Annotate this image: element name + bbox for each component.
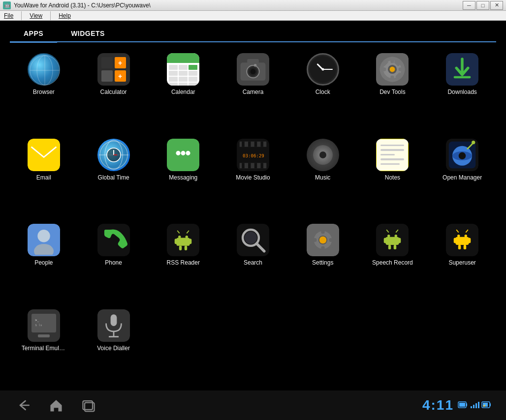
app-rssreader[interactable]: RSS Reader [149,219,217,300]
svg-point-9 [254,64,256,66]
voicedialler-label: Voice Dialler [97,345,130,352]
devtools-icon [376,53,409,86]
clock-label: Clock [316,89,330,95]
svg-rect-76 [329,238,335,241]
android-recent-button[interactable] [80,396,97,414]
svg-point-35 [181,150,186,155]
tab-underline [10,41,496,42]
downloads-icon [446,53,478,86]
app-search[interactable]: Search [219,219,287,300]
svg-rect-46 [254,163,257,168]
android-back-button[interactable] [15,396,32,414]
android-nav-buttons [15,396,97,414]
speechrecord-label: Speech Record [372,259,413,266]
svg-text:⚡: ⚡ [482,404,486,408]
menu-bar: File View Help [0,11,506,21]
menu-file[interactable]: File [2,12,15,19]
app-moviestudio[interactable]: 03:06:29 Movie Studio [219,134,287,215]
speechrecord-icon [376,224,409,256]
app-voicedialler[interactable]: Voice Dialler [80,304,148,386]
android-screen: APPS WIDGETS Browser [0,21,506,390]
camera-label: Camera [243,89,264,95]
window-title: YouWave for Android (3.31) - C:\Users\PC… [14,2,151,9]
svg-point-21 [390,67,395,72]
app-settings[interactable]: Settings [289,219,357,300]
tab-widgets[interactable]: WIDGETS [57,26,119,41]
app-terminal[interactable]: >_ $ ls Terminal Emula... [10,304,78,386]
moviestudio-label: Movie Studio [236,174,270,181]
terminal-icon: >_ $ ls [28,309,60,342]
app-email[interactable]: Email [10,134,78,215]
svg-rect-41 [248,141,251,147]
calc-key-4: + [115,70,126,82]
minimize-button[interactable]: ─ [463,1,475,10]
app-icon: 🤖 [3,1,11,9]
svg-rect-43 [260,141,263,147]
svg-rect-94 [458,245,461,249]
app-superuser[interactable]: Superuser [428,219,496,300]
email-label: Email [36,174,51,181]
svg-rect-111 [475,403,477,408]
app-calendar[interactable]: Calendar [149,48,217,130]
app-openmanager[interactable]: Open Manager [428,134,496,215]
svg-rect-110 [473,405,474,408]
app-browser[interactable]: Browser [10,48,78,130]
svg-point-8 [251,69,256,74]
calc-key-2: + [115,57,126,68]
svg-rect-61 [175,239,177,244]
svg-rect-74 [321,246,324,253]
menu-divider-1 [21,11,22,20]
svg-rect-81 [386,237,399,245]
svg-point-77 [319,237,326,244]
maximize-button[interactable]: □ [476,1,489,10]
svg-point-53 [472,140,475,144]
app-clock[interactable]: Clock [289,48,357,130]
app-devtools[interactable]: Dev Tools [359,48,427,130]
android-home-button[interactable] [47,396,65,414]
app-camera[interactable]: Camera [219,48,287,130]
messaging-icon [167,139,199,171]
svg-rect-93 [468,238,471,243]
android-clock: 4:11 [422,397,454,413]
svg-line-69 [256,243,264,251]
svg-text:>_: >_ [35,318,39,322]
app-messaging[interactable]: Messaging [149,134,217,215]
camera-icon [237,53,269,86]
calculator-icon: + + [97,53,130,86]
svg-rect-91 [455,237,469,245]
app-phone[interactable]: Phone [80,219,148,300]
svg-rect-42 [254,141,257,147]
svg-rect-101 [110,314,117,326]
app-calculator[interactable]: + + Calculator [80,48,148,130]
svg-rect-14 [391,76,394,82]
globaltime-label: Global Time [98,174,129,181]
svg-rect-13 [391,57,394,63]
notes-label: Notes [385,174,400,181]
downloads-label: Downloads [447,89,476,95]
menu-view[interactable]: View [28,12,44,19]
openmanager-label: Open Manager [443,174,482,181]
main-window: APPS WIDGETS Browser [0,21,506,420]
music-label: Music [315,174,330,181]
openmanager-icon [446,139,478,171]
app-speechrecord[interactable]: Speech Record [359,219,427,300]
app-grid: Browser + + Calculator [10,48,496,386]
android-nav-bar: 4:11 ⚡ [0,390,506,420]
app-notes[interactable]: Notes [359,134,427,215]
terminal-stand [38,334,50,337]
tab-apps[interactable]: APPS [10,26,57,41]
app-people[interactable]: People [10,219,78,300]
svg-rect-73 [321,228,324,234]
svg-rect-98 [33,315,54,331]
app-music[interactable]: Music [289,134,357,215]
app-downloads[interactable]: Downloads [428,48,496,130]
browser-icon [28,53,60,86]
svg-rect-109 [471,406,472,408]
search-label: Search [244,259,262,266]
menu-help[interactable]: Help [57,12,73,19]
svg-rect-84 [388,245,391,249]
svg-rect-95 [464,245,466,249]
svg-rect-45 [248,163,251,168]
close-button[interactable]: ✕ [490,1,503,10]
app-globaltime[interactable]: Global Time [80,134,148,215]
